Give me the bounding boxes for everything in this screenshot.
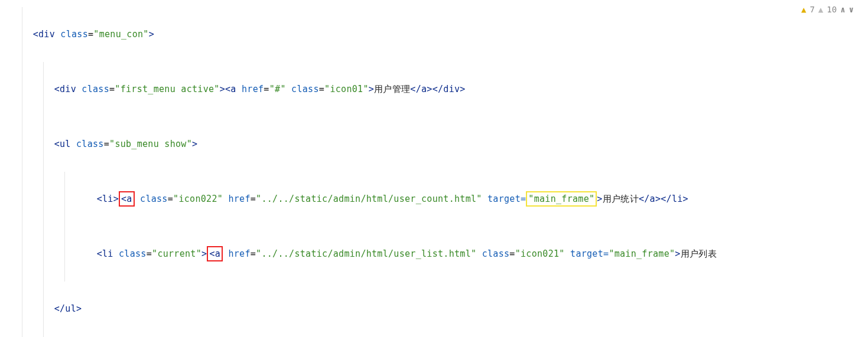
- target-highlight: "main_frame": [526, 191, 597, 207]
- code-line: <div class="first_menu active"><a href="…: [0, 62, 868, 117]
- a-tag-highlight: <a: [119, 191, 135, 207]
- code-line: <ul class="sub_menu show">: [0, 117, 868, 172]
- code-line: <li class="current"><a href="../../stati…: [0, 227, 868, 282]
- code-line: <div class="menu_con">: [0, 7, 868, 62]
- a-tag-highlight: <a: [207, 246, 223, 261]
- code-line: <li><a class="icon022" href="../../stati…: [0, 172, 868, 227]
- code-line: </ul>: [0, 282, 868, 336]
- code-editor[interactable]: <div class="menu_con"> <div class="first…: [0, 0, 868, 337]
